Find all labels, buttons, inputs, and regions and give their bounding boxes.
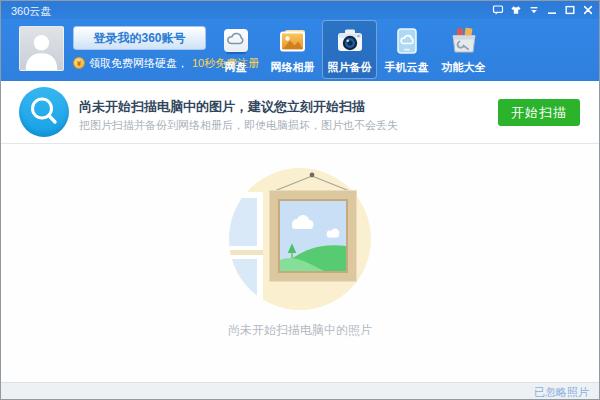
tab-web-album[interactable]: 网络相册 (265, 20, 320, 79)
menu-chevron-icon[interactable] (526, 3, 541, 17)
start-scan-button[interactable]: 开始扫描 (498, 99, 580, 126)
app-title: 360云盘 (11, 4, 51, 19)
tab-label: 手机云盘 (385, 60, 429, 75)
tab-label: 网盘 (225, 60, 247, 75)
skin-icon[interactable] (508, 3, 523, 17)
scan-prompt-title: 尚未开始扫描电脑中的图片，建议您立刻开始扫描 (79, 98, 365, 116)
scan-prompt-subtitle: 把图片扫描并备份到网络相册后，即使电脑损坏，图片也不会丢失 (79, 118, 398, 133)
scan-notification-bar: 尚未开始扫描电脑中的图片，建议您立刻开始扫描 把图片扫描并备份到网络相册后，即使… (1, 81, 599, 144)
maximize-button[interactable] (562, 3, 577, 17)
minimize-button[interactable] (544, 3, 559, 17)
status-bar: 已忽略照片 (1, 382, 599, 399)
avatar[interactable] (19, 26, 64, 71)
tab-label: 网络相册 (271, 60, 315, 75)
coin-icon: ¥ (73, 57, 85, 69)
login-button[interactable]: 登录我的360账号 (73, 26, 206, 50)
ignored-photos-link[interactable]: 已忽略照片 (534, 385, 589, 400)
window-controls (490, 3, 595, 17)
empty-state-caption: 尚未开始扫描电脑中的照片 (1, 322, 599, 339)
tab-photo-backup[interactable]: 照片备份 (322, 20, 377, 79)
close-button[interactable] (580, 3, 595, 17)
nav-tabs: 网盘 网络相册 (207, 20, 492, 79)
empty-state-illustration (227, 166, 377, 316)
tab-mobile-cloud[interactable]: 手机云盘 (379, 20, 434, 79)
promo-text: 领取免费网络硬盘， (89, 56, 188, 71)
web-album-icon (278, 26, 308, 56)
tab-cloud-drive[interactable]: 网盘 (208, 20, 263, 79)
header: 登录我的360账号 ¥ 领取免费网络硬盘， 10秒免费注册 网盘 (1, 19, 599, 81)
camera-icon (335, 26, 365, 56)
user-silhouette-icon (20, 27, 63, 70)
phone-cloud-icon (392, 26, 422, 56)
tab-label: 功能大全 (442, 60, 486, 75)
main-content: 尚未开始扫描电脑中的照片 (1, 144, 599, 382)
toolbox-icon (449, 26, 479, 56)
app-window: 360云盘 (0, 0, 600, 400)
tab-all-features[interactable]: 功能大全 (436, 20, 491, 79)
feedback-icon[interactable] (490, 3, 505, 17)
title-bar: 360云盘 (1, 1, 599, 19)
cloud-drive-icon (221, 26, 251, 56)
scan-search-icon (19, 87, 69, 137)
tab-label: 照片备份 (328, 60, 372, 75)
